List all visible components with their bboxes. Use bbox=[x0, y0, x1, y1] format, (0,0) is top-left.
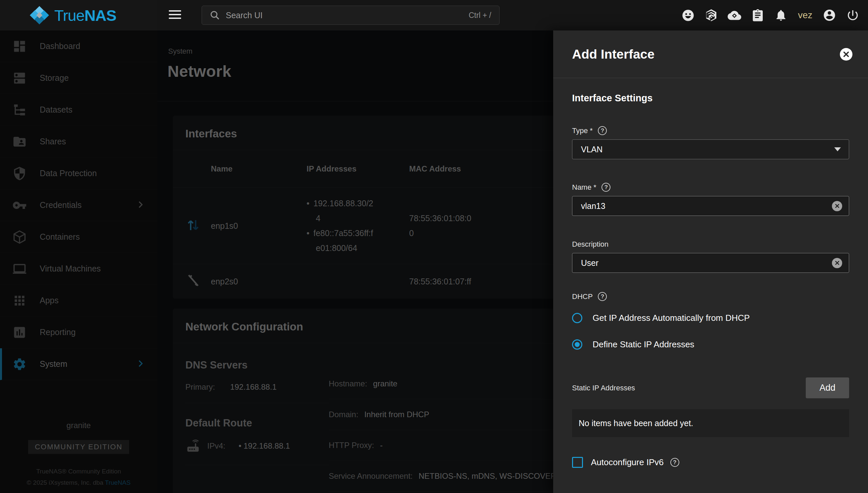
close-icon[interactable] bbox=[840, 48, 852, 61]
power-icon[interactable] bbox=[846, 8, 860, 22]
static-ip-label: Static IP Addresses bbox=[572, 384, 635, 392]
add-button[interactable]: Add bbox=[806, 378, 849, 398]
username[interactable]: vez bbox=[797, 10, 813, 21]
search-icon bbox=[210, 10, 220, 20]
panel-title: Add Interface bbox=[572, 47, 654, 62]
empty-list-message: No items have been added yet. bbox=[572, 409, 849, 437]
cloud-icon[interactable] bbox=[728, 8, 741, 22]
help-icon[interactable]: ? bbox=[602, 183, 610, 192]
help-icon[interactable]: ? bbox=[598, 126, 607, 135]
menu-toggle-icon[interactable] bbox=[169, 10, 181, 21]
type-label: Type * bbox=[572, 127, 592, 135]
radio-static-ip[interactable]: Define Static IP Addresses bbox=[572, 339, 849, 350]
help-icon[interactable]: ? bbox=[598, 292, 607, 301]
truenas-logo-icon bbox=[30, 6, 49, 25]
radio-icon bbox=[572, 313, 582, 323]
clear-icon[interactable] bbox=[832, 258, 842, 268]
logo[interactable]: TrueNAS bbox=[0, 0, 157, 30]
help-icon[interactable]: ? bbox=[670, 458, 679, 467]
radio-icon bbox=[572, 339, 582, 350]
description-input[interactable]: User bbox=[572, 253, 849, 273]
logo-text: TrueNAS bbox=[54, 6, 116, 24]
checkbox-icon bbox=[572, 457, 583, 468]
feedback-icon[interactable] bbox=[681, 8, 695, 22]
section-title: Interface Settings bbox=[572, 93, 849, 104]
radio-dhcp[interactable]: Get IP Address Automatically from DHCP bbox=[572, 313, 849, 323]
description-label: Description bbox=[572, 240, 608, 249]
search-placeholder: Search UI bbox=[226, 10, 469, 20]
dhcp-label: DHCP bbox=[572, 292, 592, 301]
search-shortcut: Ctrl + / bbox=[469, 11, 491, 20]
type-select[interactable]: VLAN bbox=[572, 140, 849, 159]
modal-backdrop[interactable] bbox=[0, 30, 553, 493]
topbar: TrueNAS Search UI Ctrl + / vez bbox=[0, 0, 868, 30]
name-input[interactable]: vlan13 bbox=[572, 196, 849, 216]
clear-icon[interactable] bbox=[832, 201, 842, 211]
chevron-down-icon bbox=[834, 147, 841, 151]
user-avatar-icon[interactable] bbox=[823, 8, 836, 22]
search-input[interactable]: Search UI Ctrl + / bbox=[202, 6, 500, 25]
autoconfigure-ipv6-checkbox[interactable]: Autoconfigure IPv6 ? bbox=[572, 457, 849, 468]
jobs-icon[interactable] bbox=[751, 8, 764, 22]
name-label: Name * bbox=[572, 183, 596, 192]
add-interface-panel: Add Interface Interface Settings Type *?… bbox=[553, 30, 868, 493]
truecommand-icon[interactable] bbox=[704, 8, 718, 22]
notifications-icon[interactable] bbox=[774, 8, 787, 22]
